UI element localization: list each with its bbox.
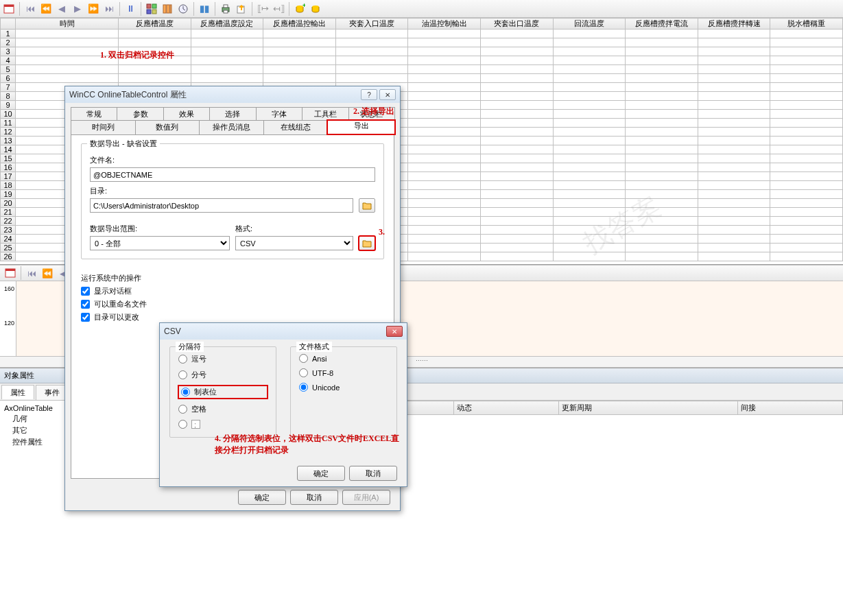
cell[interactable] [408, 244, 481, 252]
row-number[interactable]: 17 [1, 172, 16, 181]
cell[interactable] [553, 208, 626, 217]
calendar2-icon[interactable] [3, 265, 18, 281]
cell[interactable] [698, 252, 770, 261]
radio-comma[interactable]: 逗号 [178, 354, 268, 364]
cell[interactable] [408, 154, 481, 163]
prev-icon[interactable]: ◀ [54, 1, 69, 16]
cell[interactable] [408, 137, 481, 145]
row-number[interactable]: 18 [1, 181, 16, 190]
cell[interactable] [770, 101, 843, 110]
cell[interactable] [553, 74, 626, 83]
cell[interactable] [553, 190, 626, 199]
col-header[interactable]: 夾套出口温度 [480, 19, 553, 29]
chk-rename[interactable]: 可以重命名文件 [81, 299, 376, 309]
cell[interactable] [480, 56, 553, 65]
cell[interactable] [698, 74, 770, 83]
cell[interactable] [698, 163, 770, 172]
tab-选择[interactable]: 选择 [209, 107, 256, 121]
cell[interactable] [408, 128, 481, 137]
cell[interactable] [16, 56, 119, 65]
cell[interactable] [408, 235, 481, 244]
tab-效果[interactable]: 效果 [163, 107, 210, 121]
cell[interactable] [263, 74, 336, 83]
dialog-titlebar[interactable]: WinCC OnlineTableControl 屬性 ? ✕ [65, 86, 400, 103]
row-number[interactable]: 24 [1, 235, 16, 244]
cell[interactable] [408, 65, 481, 74]
cell[interactable] [553, 235, 626, 244]
cell[interactable] [480, 145, 553, 154]
cell[interactable] [698, 154, 770, 163]
cell[interactable] [408, 172, 481, 181]
col-indirect[interactable]: 间接 [738, 401, 843, 415]
db-icon[interactable] [308, 1, 323, 16]
cell[interactable] [191, 29, 263, 38]
row-number[interactable]: 5 [1, 65, 16, 74]
cell[interactable] [770, 154, 843, 163]
rewind2-icon[interactable]: ⏪ [40, 265, 55, 281]
filename-input[interactable] [90, 167, 375, 182]
cell[interactable] [626, 110, 698, 119]
next-icon[interactable]: ▶ [70, 1, 85, 16]
cell[interactable] [553, 163, 626, 172]
tab-导出[interactable]: 导出 [327, 120, 395, 134]
cell[interactable] [408, 47, 481, 56]
col-header[interactable]: 反應槽温控輸出 [263, 19, 336, 29]
browse-folder-icon[interactable] [359, 198, 375, 213]
tab-操作员消息[interactable]: 操作员消息 [199, 120, 264, 134]
row-number[interactable]: 1 [1, 29, 16, 38]
cell[interactable] [698, 217, 770, 226]
row-number[interactable]: 6 [1, 74, 16, 83]
cell[interactable] [626, 172, 698, 181]
cell[interactable] [480, 208, 553, 217]
cell[interactable] [191, 74, 263, 83]
col-dynamic[interactable]: 动态 [453, 401, 558, 415]
print-icon[interactable] [218, 1, 233, 16]
cell[interactable] [770, 252, 843, 261]
tab-工具栏[interactable]: 工具栏 [302, 107, 348, 121]
cell[interactable] [553, 65, 626, 74]
cell[interactable] [408, 56, 481, 65]
tab-数值列[interactable]: 数值列 [135, 120, 200, 134]
radio-unicode[interactable]: Unicode [299, 383, 388, 392]
cell[interactable] [770, 208, 843, 217]
cell[interactable] [626, 252, 698, 261]
cell[interactable] [553, 38, 626, 47]
cell[interactable] [119, 38, 191, 47]
cell[interactable] [626, 38, 698, 47]
cell[interactable] [480, 190, 553, 199]
cell[interactable] [408, 226, 481, 235]
cell[interactable] [480, 235, 553, 244]
cell[interactable] [553, 172, 626, 181]
cell[interactable] [480, 92, 553, 101]
cell[interactable] [408, 119, 481, 128]
cell[interactable] [408, 83, 481, 92]
cell[interactable] [480, 217, 553, 226]
cell[interactable] [770, 199, 843, 208]
cell[interactable] [335, 47, 408, 56]
cell[interactable] [408, 92, 481, 101]
cell[interactable] [698, 92, 770, 101]
csv-cancel-button[interactable]: 取消 [349, 466, 397, 481]
cell[interactable] [263, 29, 336, 38]
cell[interactable] [553, 252, 626, 261]
radio-tab[interactable]: 制表位 [178, 386, 268, 399]
row-number[interactable]: 19 [1, 190, 16, 199]
row-number[interactable]: 25 [1, 244, 16, 252]
csv-ok-button[interactable]: 确定 [297, 466, 345, 481]
cell[interactable] [626, 217, 698, 226]
cell[interactable] [770, 137, 843, 145]
cell[interactable] [626, 235, 698, 244]
col-header[interactable]: 反應槽温度 [119, 19, 191, 29]
columns-icon[interactable] [160, 1, 175, 16]
tab-字体[interactable]: 字体 [256, 107, 302, 121]
cell[interactable] [263, 47, 336, 56]
cell[interactable] [408, 252, 481, 261]
cell[interactable] [335, 74, 408, 83]
col-header[interactable]: 時間 [16, 19, 119, 29]
cell[interactable] [480, 101, 553, 110]
cell[interactable] [698, 172, 770, 181]
cell[interactable] [698, 128, 770, 137]
cell[interactable] [698, 29, 770, 38]
cell[interactable] [770, 163, 843, 172]
cell[interactable] [626, 83, 698, 92]
